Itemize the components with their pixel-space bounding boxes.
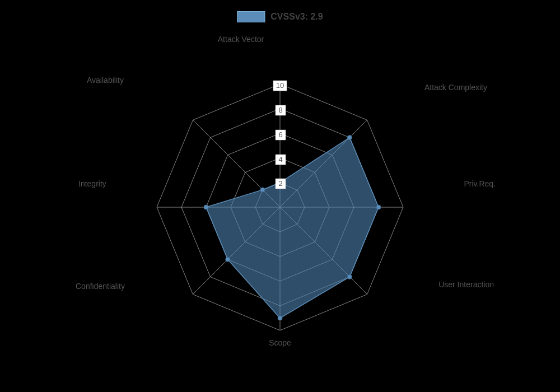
dot-avail	[260, 188, 265, 192]
dot-ac	[347, 136, 352, 140]
dot-int	[204, 205, 208, 209]
scale-6: 6	[278, 130, 282, 139]
radar-svg: .grid-line { stroke: #aaa; stroke-width:…	[0, 0, 560, 392]
scale-8: 8	[278, 106, 282, 114]
scale-4: 4	[278, 155, 282, 164]
data-polygon	[206, 138, 379, 318]
scale-10: 10	[276, 81, 284, 90]
chart-container: CVSSv3: 2.9 Attack Vector Attack Complex…	[0, 0, 560, 392]
dot-ui	[347, 274, 352, 279]
scale-2: 2	[278, 179, 282, 188]
dot-pr	[376, 205, 381, 209]
dot-scope	[278, 316, 282, 320]
dot-conf	[226, 257, 230, 262]
